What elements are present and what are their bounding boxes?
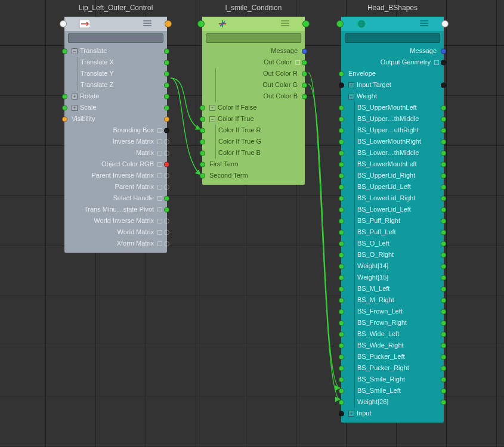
attr-row[interactable]: Translate Y	[68, 68, 163, 79]
output-port[interactable]	[441, 331, 446, 337]
output-port[interactable]	[302, 60, 307, 65]
array-handle-icon[interactable]	[157, 139, 162, 144]
output-port[interactable]	[164, 162, 169, 167]
attr-row[interactable]: BS_LowerLid_Right	[345, 193, 440, 204]
collapse-icon[interactable]: −	[209, 116, 215, 122]
input-port[interactable]	[339, 139, 344, 144]
attr-filter-input[interactable]	[206, 33, 301, 43]
attr-row[interactable]: BS_Pucker_Right	[345, 362, 440, 374]
input-port[interactable]	[200, 105, 205, 110]
array-handle-icon[interactable]	[157, 230, 162, 235]
output-port[interactable]	[441, 286, 446, 291]
output-port[interactable]	[441, 354, 446, 359]
array-handle-icon[interactable]	[157, 241, 162, 246]
output-port[interactable]	[441, 48, 446, 54]
node-out-port[interactable]	[302, 20, 310, 27]
attr-row[interactable]: +Input	[345, 408, 440, 419]
collapse-icon[interactable]: −	[72, 48, 78, 54]
expand-icon[interactable]: +	[72, 105, 78, 111]
array-handle-icon[interactable]	[157, 151, 162, 156]
output-port[interactable]	[164, 150, 169, 156]
input-port[interactable]	[339, 116, 344, 122]
attr-filter-input[interactable]	[345, 33, 440, 43]
input-port[interactable]	[339, 354, 344, 359]
output-port[interactable]	[441, 320, 446, 325]
input-port[interactable]	[62, 116, 67, 122]
output-port[interactable]	[164, 218, 169, 224]
output-port[interactable]	[302, 82, 307, 88]
attr-row[interactable]: Out Color	[206, 57, 301, 68]
attr-row[interactable]: Message	[206, 45, 301, 57]
input-port[interactable]	[339, 241, 344, 246]
output-port[interactable]	[441, 252, 446, 257]
array-handle-icon[interactable]	[157, 128, 162, 133]
attr-row[interactable]: Matrix	[68, 147, 163, 159]
output-port[interactable]	[164, 195, 169, 201]
attr-row[interactable]: BS_Wide_Right	[345, 340, 440, 351]
input-port[interactable]	[339, 218, 344, 224]
array-handle-icon[interactable]	[157, 207, 162, 212]
attr-filter-input[interactable]	[68, 33, 163, 43]
attr-row[interactable]: BS_Upper…thMiddle	[345, 113, 440, 125]
input-port[interactable]	[200, 128, 205, 133]
output-port[interactable]	[441, 195, 446, 201]
attr-row[interactable]: BS_Pucker_Left	[345, 351, 440, 362]
output-port[interactable]	[441, 263, 446, 269]
output-port[interactable]	[441, 60, 446, 65]
attr-row[interactable]: Envelope	[345, 68, 440, 79]
attr-row[interactable]: Trans Minu…state Pivot	[68, 204, 163, 215]
array-handle-icon[interactable]	[434, 60, 439, 65]
input-port[interactable]	[339, 275, 344, 280]
input-port[interactable]	[200, 162, 205, 167]
array-handle-icon[interactable]	[157, 196, 162, 201]
expand-icon[interactable]: +	[209, 105, 215, 111]
array-handle-icon[interactable]	[157, 173, 162, 178]
attr-row[interactable]: −Color If True	[206, 113, 301, 125]
output-port[interactable]	[441, 297, 446, 303]
input-port[interactable]	[339, 207, 344, 212]
input-port[interactable]	[339, 343, 344, 348]
attr-row[interactable]: Color If True R	[206, 125, 301, 136]
attr-row[interactable]: +Rotate	[68, 91, 163, 102]
output-port[interactable]	[164, 60, 169, 65]
attr-row[interactable]: BS_UpperMouthLeft	[345, 102, 440, 113]
attr-row[interactable]: Select Handle	[68, 193, 163, 204]
output-port[interactable]	[441, 275, 446, 280]
attr-row[interactable]: Output Geometry	[345, 57, 440, 68]
input-port[interactable]	[200, 139, 205, 144]
output-port[interactable]	[441, 343, 446, 348]
input-port[interactable]	[339, 297, 344, 303]
input-port[interactable]	[339, 105, 344, 110]
attr-row[interactable]: Translate Z	[68, 79, 163, 91]
output-port[interactable]	[164, 71, 169, 76]
attr-row[interactable]: Out Color R	[206, 68, 301, 79]
attr-row[interactable]: BS_O_Right	[345, 249, 440, 260]
attr-row[interactable]: BS_Smile_Left	[345, 385, 440, 396]
input-port[interactable]	[339, 184, 344, 190]
output-port[interactable]	[441, 229, 446, 235]
output-port[interactable]	[164, 184, 169, 190]
input-port[interactable]	[339, 71, 344, 76]
attr-row[interactable]: BS_M_Left	[345, 283, 440, 294]
output-port[interactable]	[164, 229, 169, 235]
input-port[interactable]	[339, 320, 344, 325]
attr-row[interactable]: Out Color G	[206, 79, 301, 91]
node-l-smile-condition[interactable]: l_smile_Condition MessageOut ColorOut Co…	[202, 17, 305, 185]
array-handle-icon[interactable]	[157, 162, 162, 167]
output-port[interactable]	[441, 207, 446, 212]
input-port[interactable]	[339, 173, 344, 178]
output-port[interactable]	[302, 48, 307, 54]
attr-row[interactable]: BS_Smile_Right	[345, 374, 440, 385]
output-port[interactable]	[164, 173, 169, 178]
output-port[interactable]	[441, 128, 446, 133]
output-port[interactable]	[164, 128, 169, 133]
output-port[interactable]	[441, 139, 446, 144]
output-port[interactable]	[441, 399, 446, 405]
expand-icon[interactable]: +	[348, 82, 354, 88]
output-port[interactable]	[441, 116, 446, 122]
output-port[interactable]	[441, 82, 446, 88]
attr-row[interactable]: −Translate	[68, 45, 163, 57]
attr-row[interactable]: BS_UpperLid_Right	[345, 170, 440, 181]
attr-row[interactable]: +Input Target	[345, 79, 440, 91]
output-port[interactable]	[164, 116, 169, 122]
